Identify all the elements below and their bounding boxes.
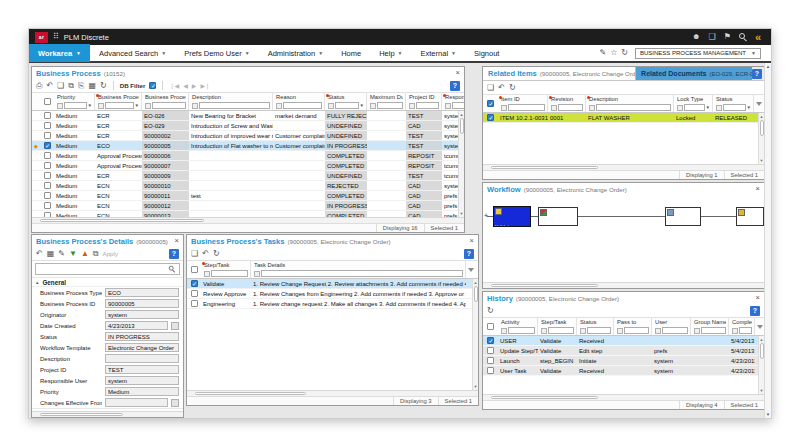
column-filter-input[interactable] xyxy=(684,104,705,111)
select-all-checkbox[interactable] xyxy=(483,318,498,335)
column-filter-input[interactable] xyxy=(64,102,87,109)
collapse-chevrons-icon[interactable]: « xyxy=(755,32,761,43)
scroll-thumb[interactable] xyxy=(40,219,204,222)
table-row[interactable]: MediumECN90000011testCOMPLETEDCADprefs xyxy=(32,191,464,201)
close-icon[interactable]: × xyxy=(470,237,474,245)
copy-icon[interactable]: ⧉ xyxy=(68,82,74,90)
apps-grid-icon[interactable]: ⠿ xyxy=(53,33,59,41)
menu-item-workarea[interactable]: Workarea ▼ xyxy=(29,44,90,62)
field-value[interactable]: Medium xyxy=(105,387,179,396)
table-row[interactable]: MediumECREO-029Introduction of Screw and… xyxy=(32,121,464,131)
row-checkbox[interactable] xyxy=(483,346,498,355)
close-icon[interactable]: × xyxy=(756,185,760,193)
table-row[interactable]: MediumECR90000009UNDEFINEDTESTtcumming xyxy=(32,171,464,181)
filter-operator-icon[interactable] xyxy=(328,103,334,109)
refresh-icon[interactable]: ↻ xyxy=(621,49,628,57)
scroll-up-icon[interactable]: ▲ xyxy=(766,64,770,69)
scroll-thumb[interactable] xyxy=(195,392,306,395)
column-header[interactable]: Business Process Typ▼ xyxy=(95,93,142,110)
user-icon[interactable]: ☻ xyxy=(692,33,700,41)
table-row[interactable]: USERValidateReceived5/4/2013 xyxy=(483,336,764,346)
column-filter-input[interactable] xyxy=(624,327,649,334)
column-filter-input[interactable] xyxy=(596,104,671,111)
filter-operator-icon[interactable] xyxy=(98,103,104,109)
filter-operator-icon[interactable] xyxy=(445,103,451,109)
column-filter-input[interactable] xyxy=(662,327,688,334)
row-checkbox[interactable] xyxy=(40,151,54,160)
calendar-icon[interactable] xyxy=(171,322,179,330)
undo-icon[interactable]: ↶ xyxy=(36,250,43,258)
field-value[interactable]: ECO xyxy=(105,288,179,297)
scroll-up-icon[interactable]: ▲ xyxy=(460,112,464,117)
horizontal-scrollbar[interactable] xyxy=(483,394,764,400)
undo-icon[interactable]: ↶ xyxy=(46,82,53,90)
filter-funnel-icon[interactable] xyxy=(754,95,763,112)
row-checkbox[interactable] xyxy=(40,111,54,120)
table-row[interactable]: MediumECN90000012IN PROGRESSCADprefs xyxy=(32,201,464,211)
edit-pencil-icon[interactable]: ✎ xyxy=(599,49,606,57)
workflow-canvas[interactable]: +ValidateEngineeringReview ApproveReleas… xyxy=(483,195,764,282)
search-input[interactable] xyxy=(39,265,166,274)
column-header[interactable]: Step/Task xyxy=(201,261,251,278)
field-value[interactable]: 90000005 xyxy=(105,299,179,308)
column-header[interactable]: Status xyxy=(577,318,614,335)
horizontal-scrollbar[interactable] xyxy=(483,282,764,288)
workflow-node[interactable]: Review Approve xyxy=(665,207,701,226)
scroll-down-icon[interactable]: ▼ xyxy=(460,211,464,216)
scroll-down-icon[interactable]: ▼ xyxy=(760,158,764,163)
workflow-node[interactable]: Released xyxy=(736,207,764,226)
filter-operator-icon[interactable] xyxy=(541,328,547,334)
column-header[interactable]: Revision xyxy=(548,95,586,112)
scroll-thumb[interactable] xyxy=(40,413,123,416)
column-header[interactable]: Pass to xyxy=(614,318,652,335)
scroll-thumb[interactable] xyxy=(491,396,598,399)
filter-operator-icon[interactable] xyxy=(409,103,415,109)
workflow-node[interactable]: Engineering xyxy=(538,207,578,226)
filter-operator-icon[interactable] xyxy=(276,103,282,109)
promote-icon[interactable]: ▲ xyxy=(81,250,89,258)
menu-item-administration[interactable]: Administration▼ xyxy=(259,44,332,62)
row-checkbox[interactable] xyxy=(187,289,201,298)
dropdown-caret-icon[interactable]: ▼ xyxy=(88,103,92,108)
dropdown-caret-icon[interactable]: ▼ xyxy=(706,105,710,110)
row-checkbox[interactable] xyxy=(40,141,54,150)
field-value[interactable]: system xyxy=(105,310,179,319)
row-checkbox[interactable] xyxy=(40,191,54,200)
column-header[interactable]: Status▼ xyxy=(713,95,754,112)
vertical-scrollbar[interactable]: ▲▼ xyxy=(472,279,478,390)
workflow-node[interactable]: Validate xyxy=(493,206,531,227)
column-filter-input[interactable] xyxy=(152,102,186,109)
column-filter-input[interactable] xyxy=(199,102,270,109)
table-row[interactable]: ◆MediumECO90000005Introduction of Flat w… xyxy=(32,141,464,151)
demote-icon[interactable]: ▼ xyxy=(69,250,77,258)
column-filter-input[interactable] xyxy=(261,270,463,277)
field-value[interactable]: IN PROGRESS xyxy=(105,332,179,341)
tab-related-documents[interactable]: Related Documents (EO-029, ECR-001) xyxy=(636,67,752,80)
filter-operator-icon[interactable] xyxy=(580,328,586,334)
column-header[interactable]: Lock Type▼ xyxy=(674,95,713,112)
column-filter-input[interactable] xyxy=(548,327,574,334)
column-header[interactable]: Description xyxy=(586,95,674,112)
filter-operator-icon[interactable] xyxy=(370,103,376,109)
row-checkbox[interactable] xyxy=(40,161,54,170)
filter-operator-icon[interactable] xyxy=(192,103,198,109)
versions-icon[interactable]: ⧉ xyxy=(93,250,99,258)
favorites-star-icon[interactable]: ☆ xyxy=(610,49,617,57)
scroll-thumb[interactable] xyxy=(474,286,478,302)
filter-operator-icon[interactable] xyxy=(589,105,595,111)
table-row[interactable]: ITEM 10.2.1-003110001FLAT WASHERLockedRE… xyxy=(483,113,764,123)
filter-operator-icon[interactable] xyxy=(57,103,63,109)
paste-icon[interactable]: ⎘ xyxy=(78,82,84,90)
menu-item-advanced-search[interactable]: Advanced Search▼ xyxy=(90,44,175,62)
column-filter-input[interactable] xyxy=(587,327,611,334)
row-checkbox[interactable] xyxy=(187,299,201,308)
refresh-icon[interactable]: ↻ xyxy=(509,84,516,92)
search-icon[interactable] xyxy=(169,266,175,272)
select-all-checkbox[interactable] xyxy=(187,261,201,278)
new-document-icon[interactable]: ❏ xyxy=(487,84,494,92)
scroll-thumb[interactable] xyxy=(460,118,464,134)
row-checkbox[interactable] xyxy=(40,181,54,190)
table-row[interactable]: Engineering1. Review change request 2. M… xyxy=(187,299,478,309)
filter-operator-icon[interactable] xyxy=(204,271,210,277)
prev-page-icon[interactable]: ◀ xyxy=(183,83,188,89)
